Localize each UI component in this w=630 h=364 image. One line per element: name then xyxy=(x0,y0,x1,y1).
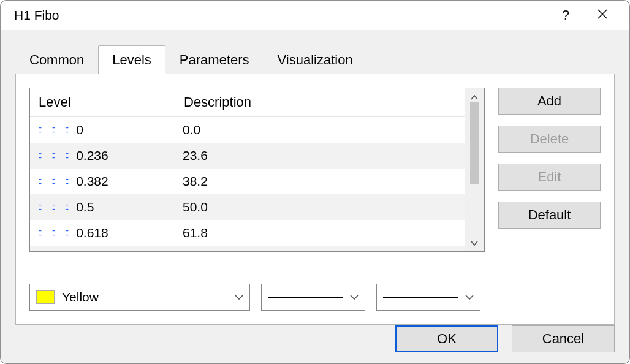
titlebar: H1 Fibo ? xyxy=(1,1,629,30)
side-buttons: Add Delete Edit Default xyxy=(498,88,601,267)
tab-page-levels: Level Description 0 0.0 0.236 2 xyxy=(15,74,615,325)
add-button[interactable]: Add xyxy=(498,88,601,115)
table-row[interactable]: 0.5 50.0 xyxy=(30,194,465,220)
close-button[interactable] xyxy=(584,1,621,30)
cell-level: 0 xyxy=(76,123,83,137)
table-row[interactable]: 0.382 38.2 xyxy=(30,169,465,194)
scroll-up-icon[interactable] xyxy=(471,92,478,102)
line-style-icon xyxy=(37,203,71,211)
cell-description: 23.6 xyxy=(183,148,208,163)
table-header: Level Description xyxy=(30,88,465,117)
client-area: Common Levels Parameters Visualization L… xyxy=(1,30,629,363)
cancel-button[interactable]: Cancel xyxy=(512,325,615,352)
tab-levels[interactable]: Levels xyxy=(98,45,165,74)
tab-strip: Common Levels Parameters Visualization xyxy=(15,45,615,74)
line-width-combo[interactable] xyxy=(376,284,480,311)
tab-common[interactable]: Common xyxy=(15,45,98,74)
cell-level: 0.618 xyxy=(76,226,108,240)
line-style-icon xyxy=(37,126,71,134)
dialog-footer: OK Cancel xyxy=(395,325,615,352)
scrollbar-thumb[interactable] xyxy=(470,102,479,184)
cell-description: 61.8 xyxy=(183,226,208,240)
line-width-preview xyxy=(383,297,458,298)
close-icon xyxy=(597,7,608,23)
cell-description: 0.0 xyxy=(183,123,200,137)
edit-button[interactable]: Edit xyxy=(498,164,601,191)
dialog-window: H1 Fibo ? Common Levels Parameters Visua… xyxy=(0,0,630,364)
line-style-preview xyxy=(268,297,343,298)
color-name: Yellow xyxy=(62,290,99,305)
chevron-down-icon xyxy=(350,295,359,300)
delete-button[interactable]: Delete xyxy=(498,126,601,153)
cell-level: 0.236 xyxy=(76,148,108,163)
tab-parameters[interactable]: Parameters xyxy=(165,45,264,74)
help-button[interactable]: ? xyxy=(547,1,584,30)
chevron-down-icon xyxy=(235,295,243,300)
line-style-icon xyxy=(37,177,71,186)
cell-description: 38.2 xyxy=(183,174,208,189)
levels-table[interactable]: Level Description 0 0.0 0.236 2 xyxy=(29,88,485,252)
default-button[interactable]: Default xyxy=(498,202,601,229)
column-header-description[interactable]: Description xyxy=(175,88,465,116)
vertical-scrollbar[interactable] xyxy=(465,88,484,251)
table-body: 0 0.0 0.236 23.6 0.382 38.2 xyxy=(30,117,465,251)
titlebar-controls: ? xyxy=(547,1,621,30)
column-header-level[interactable]: Level xyxy=(30,88,175,116)
table-row[interactable]: 0 0.0 xyxy=(30,117,465,143)
scroll-down-icon[interactable] xyxy=(471,238,478,248)
help-icon: ? xyxy=(562,7,569,23)
cell-description: 50.0 xyxy=(183,200,208,214)
ok-button[interactable]: OK xyxy=(395,325,498,352)
cell-level: 0.382 xyxy=(76,174,108,189)
chevron-down-icon xyxy=(465,295,474,300)
color-combo[interactable]: Yellow xyxy=(29,284,250,311)
table-row[interactable]: 0.618 61.8 xyxy=(30,220,465,246)
cell-level: 0.5 xyxy=(76,200,94,214)
tab-visualization[interactable]: Visualization xyxy=(264,45,367,74)
line-style-icon xyxy=(37,229,71,237)
window-title: H1 Fibo xyxy=(14,8,59,23)
table-row[interactable]: 1 100.0 xyxy=(30,246,465,251)
line-style-icon xyxy=(37,151,71,160)
style-selectors: Yellow xyxy=(29,284,601,311)
color-swatch xyxy=(36,290,55,304)
table-row[interactable]: 0.236 23.6 xyxy=(30,143,465,169)
line-style-combo[interactable] xyxy=(261,284,365,311)
